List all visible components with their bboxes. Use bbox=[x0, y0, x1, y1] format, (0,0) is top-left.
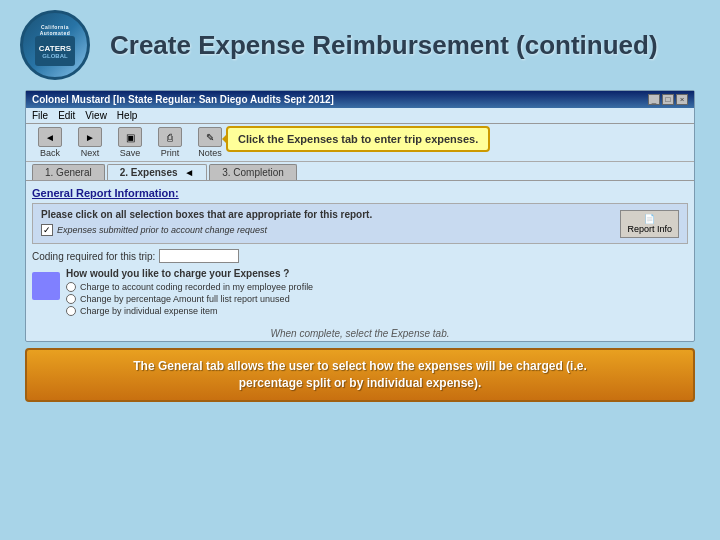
radio-2-label: Change by percentage Amount full list re… bbox=[80, 294, 290, 304]
tab-arrow-icon: ◄ bbox=[184, 167, 194, 178]
window-title-text: Colonel Mustard [In State Regular: San D… bbox=[32, 94, 334, 105]
header: CaliforniaAutomated CATERS GLOBAL Create… bbox=[0, 0, 720, 90]
window-titlebar: Colonel Mustard [In State Regular: San D… bbox=[26, 91, 694, 108]
save-label: Save bbox=[120, 148, 141, 158]
toolbar-back-button[interactable]: ◄ Back bbox=[32, 127, 68, 158]
radio-3-input[interactable] bbox=[66, 306, 76, 316]
radio-1-label: Charge to account coding recorded in my … bbox=[80, 282, 313, 292]
coding-input[interactable] bbox=[159, 249, 239, 263]
radio-option-1: Charge to account coding recorded in my … bbox=[66, 282, 688, 292]
content-area: General Report Information: Please click… bbox=[26, 181, 694, 322]
report-info-label: Report Info bbox=[627, 224, 672, 234]
charge-question: How would you like to charge your Expens… bbox=[66, 268, 688, 279]
toolbar-print-button[interactable]: ⎙ Print bbox=[152, 127, 188, 158]
menu-help[interactable]: Help bbox=[117, 110, 138, 121]
callout-bubble: Click the Expenses tab to enter trip exp… bbox=[226, 126, 490, 152]
radio-3-label: Charge by individual expense item bbox=[80, 306, 218, 316]
selection-title: Please click on all selection boxes that… bbox=[41, 209, 679, 220]
charge-content: How would you like to charge your Expens… bbox=[66, 268, 688, 316]
print-icon: ⎙ bbox=[158, 127, 182, 147]
menu-file[interactable]: File bbox=[32, 110, 48, 121]
report-info-button[interactable]: 📄 Report Info bbox=[620, 210, 679, 238]
bottom-banner: The General tab allows the user to selec… bbox=[25, 348, 695, 402]
next-label: Next bbox=[81, 148, 100, 158]
menu-edit[interactable]: Edit bbox=[58, 110, 75, 121]
logo: CaliforniaAutomated CATERS GLOBAL bbox=[20, 10, 90, 80]
checkbox-label: Expenses submitted prior to account chan… bbox=[57, 225, 267, 235]
bottom-banner-line1: The General tab allows the user to selec… bbox=[43, 358, 677, 375]
logo-global-text: GLOBAL bbox=[42, 53, 67, 59]
logo-inner: CATERS GLOBAL bbox=[35, 36, 75, 66]
toolbar-next-button[interactable]: ► Next bbox=[72, 127, 108, 158]
maximize-button[interactable]: □ bbox=[662, 94, 674, 105]
back-icon: ◄ bbox=[38, 127, 62, 147]
tab-general[interactable]: 1. General bbox=[32, 164, 105, 180]
back-label: Back bbox=[40, 148, 60, 158]
radio-option-3: Charge by individual expense item bbox=[66, 306, 688, 316]
save-icon: ▣ bbox=[118, 127, 142, 147]
notes-label: Notes bbox=[198, 148, 222, 158]
radio-1-input[interactable] bbox=[66, 282, 76, 292]
page-title: Create Expense Reimbursement (continued) bbox=[110, 30, 658, 61]
bottom-banner-line2: percentage split or by individual expens… bbox=[43, 375, 677, 392]
next-icon: ► bbox=[78, 127, 102, 147]
close-button[interactable]: × bbox=[676, 94, 688, 105]
toolbar: ◄ Back ► Next ▣ Save ⎙ Print ✎ Notes Cli… bbox=[26, 124, 694, 162]
footer-note: When complete, select the Expense tab. bbox=[26, 326, 694, 341]
selection-box: Please click on all selection boxes that… bbox=[32, 203, 688, 244]
checkbox-row: ✓ Expenses submitted prior to account ch… bbox=[41, 224, 679, 236]
menu-bar: File Edit View Help bbox=[26, 108, 694, 124]
print-label: Print bbox=[161, 148, 180, 158]
tabs-bar: 1. General 2. Expenses ◄ 3. Completion bbox=[26, 162, 694, 181]
charge-section: How would you like to charge your Expens… bbox=[32, 268, 688, 316]
toolbar-save-button[interactable]: ▣ Save bbox=[112, 127, 148, 158]
charge-icon bbox=[32, 272, 60, 300]
logo-top-text: CaliforniaAutomated bbox=[40, 24, 71, 36]
minimize-button[interactable]: _ bbox=[648, 94, 660, 105]
radio-2-input[interactable] bbox=[66, 294, 76, 304]
application-window: Colonel Mustard [In State Regular: San D… bbox=[25, 90, 695, 342]
menu-view[interactable]: View bbox=[85, 110, 107, 121]
tab-expenses[interactable]: 2. Expenses ◄ bbox=[107, 164, 208, 180]
radio-option-2: Change by percentage Amount full list re… bbox=[66, 294, 688, 304]
coding-row: Coding required for this trip: bbox=[32, 249, 688, 263]
expenses-submitted-checkbox[interactable]: ✓ bbox=[41, 224, 53, 236]
radio-group: Charge to account coding recorded in my … bbox=[66, 282, 688, 316]
window-controls: _ □ × bbox=[648, 94, 688, 105]
report-info-icon: 📄 bbox=[644, 214, 655, 224]
tab-completion[interactable]: 3. Completion bbox=[209, 164, 297, 180]
coding-label: Coding required for this trip: bbox=[32, 251, 155, 262]
section-header: General Report Information: bbox=[32, 187, 688, 199]
logo-caters-text: CATERS bbox=[39, 44, 71, 53]
